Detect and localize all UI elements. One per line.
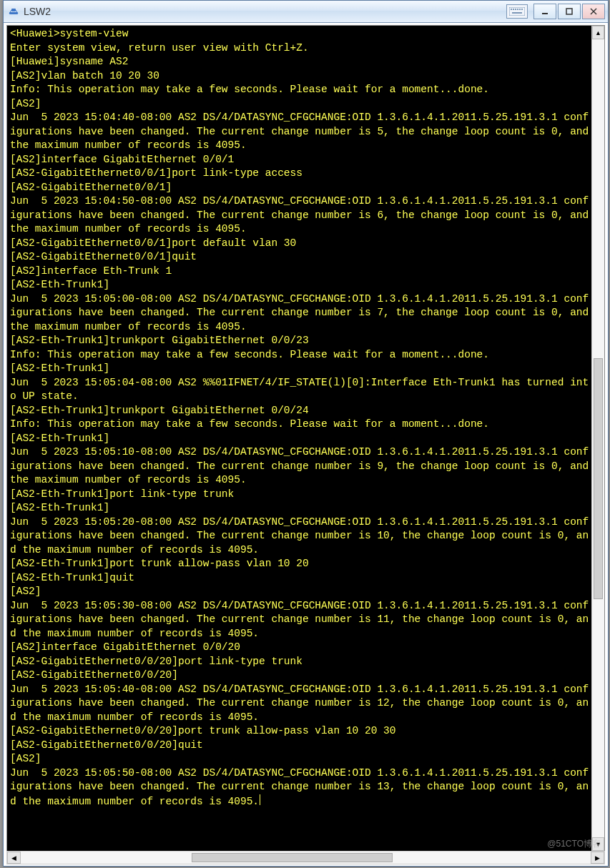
terminal-line: [AS2-Eth-Trunk1]trunkport GigabitEtherne… [10, 405, 309, 416]
keyboard-icon[interactable] [506, 4, 528, 19]
terminal-line: [AS2-GigabitEthernet0/0/1]port link-type… [10, 167, 302, 179]
terminal-line: Jun 5 2023 15:05:10-08:00 AS2 DS/4/DATAS… [10, 446, 592, 485]
terminal-line: [AS2]interface GigabitEthernet 0/0/1 [10, 154, 234, 165]
terminal-line: [AS2-Eth-Trunk1] [10, 502, 109, 513]
terminal-line: Info: This operation may take a few seco… [10, 418, 489, 430]
terminal-line: [AS2-Eth-Trunk1]port trunk allow-pass vl… [10, 558, 309, 569]
minimize-button[interactable] [533, 4, 556, 19]
terminal-line: Jun 5 2023 15:04:50-08:00 AS2 DS/4/DATAS… [10, 195, 592, 235]
svg-rect-6 [517, 9, 518, 10]
svg-rect-3 [511, 9, 512, 10]
terminal-line: <Huawei>system-view [10, 28, 128, 39]
terminal-line: Jun 5 2023 15:04:40-08:00 AS2 DS/4/DATAS… [10, 112, 592, 151]
terminal-line: [AS2-Eth-Trunk1]quit [10, 572, 134, 583]
app-window: LSW2 <Huawei>system-view Enter system vi… [3, 0, 609, 867]
terminal-line: Info: This operation may take a few seco… [10, 349, 489, 360]
terminal-line: Enter system view, return user view with… [10, 42, 309, 54]
terminal-line: [AS2] [10, 98, 41, 109]
app-icon [8, 6, 19, 17]
terminal-line: [AS2-Eth-Trunk1] [10, 433, 109, 444]
terminal-line: [AS2-Eth-Trunk1]trunkport GigabitEtherne… [10, 335, 309, 346]
svg-rect-4 [513, 9, 514, 10]
terminal-line: [AS2-Eth-Trunk1] [10, 363, 109, 374]
vertical-scrollbar-track[interactable] [592, 39, 604, 837]
terminal-line: [AS2-Eth-Trunk1]port link-type trunk [10, 488, 234, 500]
window-title: LSW2 [24, 6, 51, 17]
window-controls [533, 4, 605, 19]
terminal-line: [Huawei]sysname AS2 [10, 56, 128, 67]
terminal-viewport[interactable]: <Huawei>system-view Enter system view, r… [7, 26, 592, 851]
svg-rect-2 [509, 7, 525, 16]
terminal-line: [AS2-Eth-Trunk1] [10, 279, 109, 290]
terminal-line: Jun 5 2023 15:05:50-08:00 AS2 DS/4/DATAS… [10, 767, 589, 807]
watermark-text: @51CTO博客 [547, 838, 601, 850]
close-button[interactable] [582, 4, 605, 19]
terminal-line: [AS2]interface Eth-Trunk 1 [10, 265, 172, 277]
vertical-scrollbar-thumb[interactable] [594, 358, 603, 599]
svg-rect-5 [515, 9, 516, 10]
svg-rect-8 [521, 9, 523, 10]
svg-rect-0 [9, 12, 18, 14]
svg-rect-11 [566, 9, 572, 14]
terminal-cursor [260, 794, 260, 805]
terminal-line: [AS2-GigabitEthernet0/0/1]quit [10, 251, 197, 262]
terminal-line: [AS2-GigabitEthernet0/0/20]port link-typ… [10, 656, 302, 667]
terminal-line: [AS2] [10, 753, 41, 764]
terminal-line: Jun 5 2023 15:05:40-08:00 AS2 DS/4/DATAS… [10, 684, 589, 723]
svg-rect-9 [512, 12, 522, 14]
terminal-line: Jun 5 2023 15:05:00-08:00 AS2 DS/4/DATAS… [10, 293, 592, 332]
content-area: <Huawei>system-view Enter system view, r… [6, 25, 605, 852]
terminal-line: [AS2-GigabitEthernet0/0/1] [10, 182, 172, 193]
terminal-line: [AS2-GigabitEthernet0/0/1]port default v… [10, 237, 296, 249]
terminal-line: [AS2]vlan batch 10 20 30 [10, 70, 159, 82]
terminal-line: Jun 5 2023 15:05:20-08:00 AS2 DS/4/DATAS… [10, 516, 589, 556]
terminal-line: Info: This operation may take a few seco… [10, 84, 489, 95]
terminal-line: [AS2-GigabitEthernet0/0/20]quit [10, 739, 203, 751]
terminal-line: Jun 5 2023 15:05:30-08:00 AS2 DS/4/DATAS… [10, 600, 589, 639]
horizontal-scrollbar-thumb[interactable] [192, 853, 393, 862]
svg-rect-7 [519, 9, 521, 10]
terminal-line: Jun 5 2023 15:05:04-08:00 AS2 %%01IFNET/… [10, 377, 589, 403]
terminal-output[interactable]: <Huawei>system-view Enter system view, r… [7, 26, 592, 810]
terminal-line: [AS2-GigabitEthernet0/0/20]port trunk al… [10, 725, 396, 736]
scroll-right-arrow[interactable]: ▶ [591, 852, 604, 864]
horizontal-scrollbar[interactable]: ◀ ▶ [6, 851, 605, 864]
vertical-scrollbar[interactable]: ▲ ▼ [591, 26, 604, 851]
horizontal-scrollbar-track[interactable] [21, 852, 591, 864]
terminal-line: [AS2] [10, 586, 41, 597]
title-bar[interactable]: LSW2 [4, 1, 608, 23]
terminal-line: [AS2-GigabitEthernet0/0/20] [10, 669, 178, 681]
scroll-up-arrow[interactable]: ▲ [592, 26, 604, 39]
scroll-left-arrow[interactable]: ◀ [7, 852, 21, 864]
maximize-button[interactable] [558, 4, 581, 19]
terminal-line: [AS2]interface GigabitEthernet 0/0/20 [10, 641, 240, 653]
